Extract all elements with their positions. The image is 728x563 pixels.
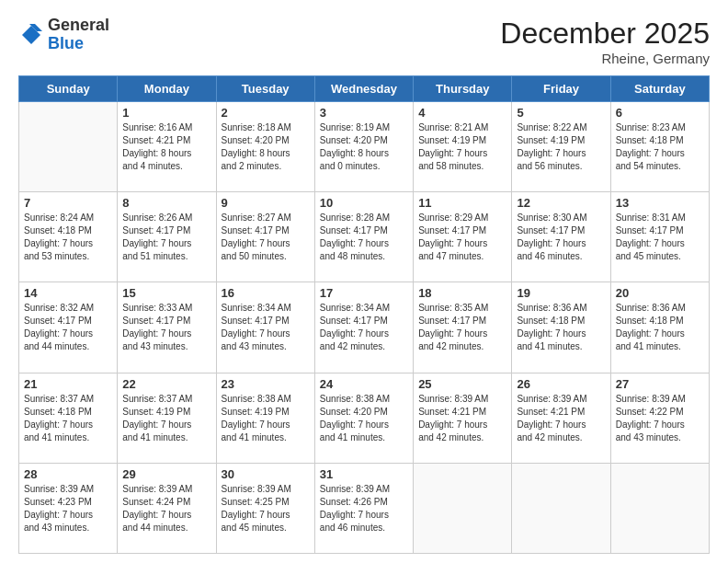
day-number: 5 — [517, 106, 605, 120]
logo: General Blue — [18, 17, 109, 53]
calendar-cell: 28Sunrise: 8:39 AMSunset: 4:23 PMDayligh… — [19, 463, 118, 553]
calendar-cell: 1Sunrise: 8:16 AMSunset: 4:21 PMDaylight… — [118, 102, 216, 192]
calendar-cell: 13Sunrise: 8:31 AMSunset: 4:17 PMDayligh… — [610, 192, 709, 282]
calendar-cell: 22Sunrise: 8:37 AMSunset: 4:19 PMDayligh… — [118, 373, 216, 463]
calendar-header-monday: Monday — [118, 76, 216, 102]
day-number: 19 — [517, 286, 605, 300]
calendar-week-5: 28Sunrise: 8:39 AMSunset: 4:23 PMDayligh… — [19, 463, 710, 553]
cell-info: Sunrise: 8:36 AMSunset: 4:18 PMDaylight:… — [616, 302, 704, 353]
day-number: 6 — [616, 106, 704, 120]
cell-info: Sunrise: 8:34 AMSunset: 4:17 PMDaylight:… — [222, 302, 310, 353]
month-title: December 2025 — [500, 17, 710, 51]
cell-info: Sunrise: 8:29 AMSunset: 4:17 PMDaylight:… — [418, 212, 506, 263]
cell-info: Sunrise: 8:39 AMSunset: 4:24 PMDaylight:… — [122, 483, 210, 534]
calendar-table: SundayMondayTuesdayWednesdayThursdayFrid… — [18, 75, 710, 554]
calendar-cell: 16Sunrise: 8:34 AMSunset: 4:17 PMDayligh… — [216, 282, 314, 373]
calendar-cell: 14Sunrise: 8:32 AMSunset: 4:17 PMDayligh… — [19, 282, 118, 373]
cell-info: Sunrise: 8:24 AMSunset: 4:18 PMDaylight:… — [24, 212, 112, 263]
cell-info: Sunrise: 8:38 AMSunset: 4:19 PMDaylight:… — [222, 393, 310, 444]
day-number: 1 — [122, 106, 210, 120]
cell-info: Sunrise: 8:34 AMSunset: 4:17 PMDaylight:… — [320, 302, 408, 353]
day-number: 22 — [122, 377, 210, 391]
cell-info: Sunrise: 8:37 AMSunset: 4:19 PMDaylight:… — [122, 393, 210, 444]
calendar-cell: 6Sunrise: 8:23 AMSunset: 4:18 PMDaylight… — [610, 102, 709, 192]
calendar-header-sunday: Sunday — [19, 76, 118, 102]
day-number: 28 — [24, 467, 112, 481]
calendar-cell — [610, 463, 709, 553]
cell-info: Sunrise: 8:27 AMSunset: 4:17 PMDaylight:… — [222, 212, 310, 263]
calendar-cell: 24Sunrise: 8:38 AMSunset: 4:20 PMDayligh… — [314, 373, 413, 463]
header: General Blue December 2025 Rheine, Germa… — [18, 17, 710, 66]
cell-info: Sunrise: 8:16 AMSunset: 4:21 PMDaylight:… — [122, 121, 210, 173]
calendar-week-1: 1Sunrise: 8:16 AMSunset: 4:21 PMDaylight… — [19, 102, 710, 192]
day-number: 14 — [24, 286, 112, 300]
calendar-cell: 7Sunrise: 8:24 AMSunset: 4:18 PMDaylight… — [19, 192, 118, 282]
calendar-header-saturday: Saturday — [610, 76, 709, 102]
calendar-header-row: SundayMondayTuesdayWednesdayThursdayFrid… — [19, 76, 710, 102]
calendar-cell: 9Sunrise: 8:27 AMSunset: 4:17 PMDaylight… — [216, 192, 314, 282]
day-number: 12 — [517, 196, 605, 210]
cell-info: Sunrise: 8:22 AMSunset: 4:19 PMDaylight:… — [517, 121, 605, 173]
logo-icon — [18, 22, 44, 48]
day-number: 31 — [320, 467, 408, 481]
cell-info: Sunrise: 8:21 AMSunset: 4:19 PMDaylight:… — [418, 121, 506, 173]
calendar-cell: 18Sunrise: 8:35 AMSunset: 4:17 PMDayligh… — [414, 282, 512, 373]
cell-info: Sunrise: 8:38 AMSunset: 4:20 PMDaylight:… — [320, 393, 408, 444]
calendar-cell: 5Sunrise: 8:22 AMSunset: 4:19 PMDaylight… — [512, 102, 610, 192]
calendar-week-4: 21Sunrise: 8:37 AMSunset: 4:18 PMDayligh… — [19, 373, 710, 463]
cell-info: Sunrise: 8:35 AMSunset: 4:17 PMDaylight:… — [418, 302, 506, 353]
calendar-week-2: 7Sunrise: 8:24 AMSunset: 4:18 PMDaylight… — [19, 192, 710, 282]
cell-info: Sunrise: 8:39 AMSunset: 4:23 PMDaylight:… — [24, 483, 112, 534]
calendar-cell: 27Sunrise: 8:39 AMSunset: 4:22 PMDayligh… — [610, 373, 709, 463]
cell-info: Sunrise: 8:32 AMSunset: 4:17 PMDaylight:… — [24, 302, 112, 353]
calendar-cell: 11Sunrise: 8:29 AMSunset: 4:17 PMDayligh… — [414, 192, 512, 282]
day-number: 23 — [222, 377, 310, 391]
calendar-cell: 17Sunrise: 8:34 AMSunset: 4:17 PMDayligh… — [314, 282, 413, 373]
day-number: 25 — [418, 377, 506, 391]
calendar-cell: 4Sunrise: 8:21 AMSunset: 4:19 PMDaylight… — [414, 102, 512, 192]
cell-info: Sunrise: 8:39 AMSunset: 4:22 PMDaylight:… — [616, 393, 704, 444]
cell-info: Sunrise: 8:18 AMSunset: 4:20 PMDaylight:… — [222, 121, 310, 173]
day-number: 24 — [320, 377, 408, 391]
calendar-cell: 2Sunrise: 8:18 AMSunset: 4:20 PMDaylight… — [216, 102, 314, 192]
day-number: 21 — [24, 377, 112, 391]
calendar-cell — [19, 102, 118, 192]
cell-info: Sunrise: 8:39 AMSunset: 4:25 PMDaylight:… — [222, 483, 310, 534]
day-number: 29 — [122, 467, 210, 481]
cell-info: Sunrise: 8:19 AMSunset: 4:20 PMDaylight:… — [320, 121, 408, 173]
calendar-cell: 3Sunrise: 8:19 AMSunset: 4:20 PMDaylight… — [314, 102, 413, 192]
day-number: 8 — [122, 196, 210, 210]
calendar-cell — [414, 463, 512, 553]
day-number: 17 — [320, 286, 408, 300]
subtitle: Rheine, Germany — [500, 51, 710, 66]
cell-info: Sunrise: 8:39 AMSunset: 4:21 PMDaylight:… — [418, 393, 506, 444]
calendar-cell: 31Sunrise: 8:39 AMSunset: 4:26 PMDayligh… — [314, 463, 413, 553]
calendar-header-thursday: Thursday — [414, 76, 512, 102]
cell-info: Sunrise: 8:31 AMSunset: 4:17 PMDaylight:… — [616, 212, 704, 263]
day-number: 26 — [517, 377, 605, 391]
logo-general-text: General — [48, 16, 109, 34]
cell-info: Sunrise: 8:39 AMSunset: 4:26 PMDaylight:… — [320, 483, 408, 534]
cell-info: Sunrise: 8:30 AMSunset: 4:17 PMDaylight:… — [517, 212, 605, 263]
calendar-cell: 30Sunrise: 8:39 AMSunset: 4:25 PMDayligh… — [216, 463, 314, 553]
calendar-cell: 19Sunrise: 8:36 AMSunset: 4:18 PMDayligh… — [512, 282, 610, 373]
day-number: 15 — [122, 286, 210, 300]
day-number: 10 — [320, 196, 408, 210]
cell-info: Sunrise: 8:26 AMSunset: 4:17 PMDaylight:… — [122, 212, 210, 263]
calendar-header-friday: Friday — [512, 76, 610, 102]
cell-info: Sunrise: 8:39 AMSunset: 4:21 PMDaylight:… — [517, 393, 605, 444]
calendar-cell: 10Sunrise: 8:28 AMSunset: 4:17 PMDayligh… — [314, 192, 413, 282]
day-number: 30 — [222, 467, 310, 481]
calendar-cell: 29Sunrise: 8:39 AMSunset: 4:24 PMDayligh… — [118, 463, 216, 553]
day-number: 11 — [418, 196, 506, 210]
calendar-cell: 21Sunrise: 8:37 AMSunset: 4:18 PMDayligh… — [19, 373, 118, 463]
page: General Blue December 2025 Rheine, Germa… — [0, 0, 728, 563]
calendar-cell: 20Sunrise: 8:36 AMSunset: 4:18 PMDayligh… — [610, 282, 709, 373]
day-number: 13 — [616, 196, 704, 210]
logo-blue-text: Blue — [48, 34, 84, 52]
calendar-cell: 26Sunrise: 8:39 AMSunset: 4:21 PMDayligh… — [512, 373, 610, 463]
calendar-cell: 15Sunrise: 8:33 AMSunset: 4:17 PMDayligh… — [118, 282, 216, 373]
day-number: 4 — [418, 106, 506, 120]
cell-info: Sunrise: 8:23 AMSunset: 4:18 PMDaylight:… — [616, 121, 704, 173]
day-number: 7 — [24, 196, 112, 210]
